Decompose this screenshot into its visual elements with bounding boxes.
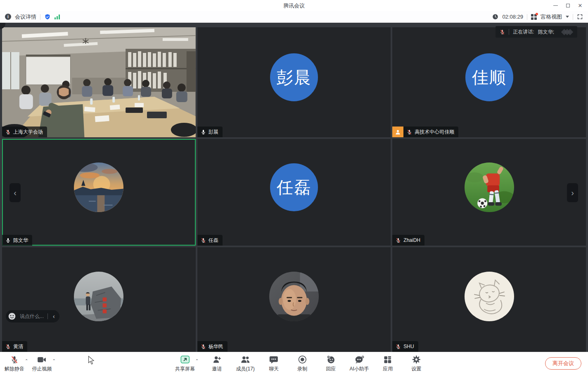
grid-view-icon [531, 14, 537, 20]
mouse-cursor [88, 356, 95, 365]
record-icon [298, 355, 307, 364]
mic-on-icon [5, 238, 11, 243]
participant-name: 彭晨 [209, 129, 218, 136]
menubar-right: 02:08:29 宫格视图 [492, 13, 583, 21]
view-mode-selector[interactable]: 宫格视图 [541, 13, 562, 21]
chat-input-placeholder[interactable]: 说点什么... [20, 313, 44, 320]
participant-grid: 上海大学会场 彭晨 彭晨 [2, 27, 586, 352]
window-controls: ✕ [549, 0, 586, 11]
meeting-timer: 02:08:29 [502, 14, 523, 20]
shield-check-icon[interactable] [44, 14, 51, 20]
participant-tile-renlei[interactable]: 任磊 任磊 [197, 139, 391, 246]
name-tag: 任磊 [197, 235, 223, 246]
watermark-diamonds [564, 30, 572, 34]
participant-name: 任磊 [209, 237, 218, 244]
mic-muted-icon [396, 238, 401, 243]
mic-muted-icon [407, 129, 412, 135]
record-button[interactable]: 录制 [292, 355, 313, 373]
clock-icon [492, 14, 498, 20]
speaking-name: 陈文华; [538, 29, 554, 36]
invite-button[interactable]: 邀请 [206, 355, 227, 373]
chat-button[interactable]: 聊天 [263, 355, 284, 373]
share-screen-icon [180, 355, 190, 364]
next-page-button[interactable]: › [567, 183, 578, 202]
participant-name: SHU [403, 344, 414, 349]
participant-tile-shu[interactable]: SHU [392, 247, 586, 352]
center-tools: 共享屏幕 ⌃ 邀请 [175, 355, 427, 373]
avatar: 佳顺 [465, 53, 513, 101]
titlebar: 腾讯会议 ✕ [0, 0, 588, 11]
speaking-banner: 正在讲话: 陈文华; [496, 26, 577, 38]
participant-name: 高技术中心司佳顺 [415, 129, 454, 136]
ai-assistant-button[interactable]: AI小助手 [349, 355, 370, 373]
quick-chat-bar[interactable]: 说点什么... ‹ [6, 310, 59, 322]
mic-muted-icon [5, 129, 11, 135]
name-tag: 高技术中心司佳顺 [392, 127, 458, 137]
participant-tile-yanghuamin[interactable]: 杨华民 [197, 247, 391, 352]
participant-name: 陈文华 [13, 237, 28, 244]
menubar: i 会议详情 02:08:29 宫格视图 [0, 11, 588, 23]
name-tag: 陈文华 [2, 235, 32, 246]
participant-tile-chenwenhua[interactable]: 陈文华 [2, 139, 196, 246]
close-button[interactable]: ✕ [574, 0, 586, 11]
leave-meeting-button[interactable]: 离开会议 [545, 357, 581, 370]
avatar-photo-face [269, 272, 319, 321]
name-tag: 彭晨 [197, 127, 223, 137]
notification-dot [536, 13, 538, 15]
emoji-icon[interactable] [8, 312, 16, 320]
mic-muted-icon [201, 344, 206, 349]
name-tag: ZhaiDH [392, 235, 424, 246]
camera-icon [37, 355, 46, 364]
unmute-button[interactable]: 解除静音 [4, 355, 25, 373]
participant-tile-jiashun[interactable]: 佳顺 高技术中心司佳顺 [392, 27, 586, 137]
apps-button[interactable]: 应用 [377, 355, 398, 373]
mic-muted-icon [5, 344, 11, 349]
minimize-button[interactable] [549, 0, 562, 11]
tencent-meeting-window: 腾讯会议 ✕ i 会议详情 02:08:29 宫格视图 [0, 0, 588, 375]
info-icon: i [5, 14, 11, 20]
apps-grid-icon [384, 355, 392, 364]
settings-button[interactable]: 设置 [406, 355, 427, 373]
name-tag: 上海大学会场 [2, 127, 47, 137]
speaking-label: 正在讲话: [513, 29, 534, 36]
network-signal-icon[interactable] [55, 14, 60, 19]
mic-on-icon [201, 129, 206, 135]
share-screen-button[interactable]: 共享屏幕 [175, 355, 195, 373]
invite-icon [213, 355, 221, 364]
ai-assistant-icon [355, 355, 364, 364]
avatar: 彭晨 [270, 53, 318, 101]
avatar-photo-rock [74, 272, 123, 321]
mic-muted-icon [500, 29, 505, 35]
camera-options-caret[interactable]: ⌃ [52, 358, 55, 363]
participant-tile-pengchen[interactable]: 彭晨 彭晨 [197, 27, 391, 137]
mic-options-caret[interactable]: ⌃ [25, 358, 28, 363]
maximize-icon [566, 4, 570, 7]
participant-name: 上海大学会场 [13, 129, 43, 136]
reactions-button[interactable]: 回应 [320, 355, 341, 373]
name-tag: SHU [392, 341, 418, 352]
members-button[interactable]: 成员(17) [235, 355, 256, 373]
mic-muted-icon [396, 344, 401, 349]
participant-tile-huangqing[interactable]: 黄清 [2, 247, 196, 352]
avatar-photo-cat-sketch [465, 272, 514, 321]
fullscreen-icon[interactable] [577, 14, 583, 20]
mic-muted-icon [201, 238, 206, 243]
video-grid-area: 上海大学会场 彭晨 彭晨 [0, 23, 588, 352]
participant-tile-shanghai-univ[interactable]: 上海大学会场 [2, 27, 196, 137]
avatar: 任磊 [270, 163, 318, 211]
chevron-left-icon[interactable]: ‹ [53, 313, 55, 319]
gear-icon [412, 355, 421, 364]
meeting-details-button[interactable]: 会议详情 [15, 13, 36, 21]
mic-muted-icon [10, 355, 19, 364]
maximize-button[interactable] [562, 0, 574, 11]
name-tag: 杨华民 [197, 341, 228, 352]
share-options-caret[interactable]: ⌃ [195, 358, 199, 363]
reaction-smiley-icon [326, 355, 335, 364]
participant-tile-zhaidh[interactable]: ZhaiDH [392, 139, 586, 246]
participant-name: 杨华民 [209, 343, 223, 350]
chevron-down-icon[interactable] [566, 16, 569, 18]
stop-video-button[interactable]: 停止视频 [31, 355, 52, 373]
host-badge-icon [392, 127, 403, 137]
previous-page-button[interactable]: ‹ [9, 183, 21, 202]
participant-name: 黄清 [13, 343, 23, 350]
